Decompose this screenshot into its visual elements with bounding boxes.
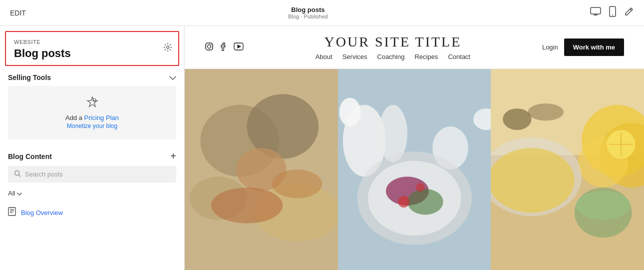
site-title-nav: YOUR SITE TITLE About Services Coaching …	[316, 34, 471, 60]
view-controls	[590, 6, 634, 20]
svg-point-14	[208, 44, 211, 48]
pricing-plan-icon	[86, 96, 98, 111]
svg-marker-17	[238, 45, 241, 48]
svg-point-24	[211, 188, 283, 224]
blog-overview-link[interactable]: Blog Overview	[0, 202, 184, 223]
pricing-plan-card[interactable]: Add a Pricing Plan Monetize your blog	[8, 86, 176, 140]
page-info: Blog posts Blog · Published	[288, 6, 328, 20]
filter-label[interactable]: All	[8, 190, 15, 197]
svg-point-55	[503, 108, 531, 130]
website-label: WEBSITE	[14, 39, 170, 45]
blog-post-image-1[interactable]	[185, 69, 338, 270]
svg-line-8	[19, 175, 21, 177]
edit-button[interactable]: EDIT	[10, 9, 26, 17]
svg-point-54	[576, 191, 631, 220]
filter-chevron-icon[interactable]	[17, 190, 22, 196]
search-icon	[14, 170, 21, 178]
svg-point-15	[211, 44, 212, 45]
sidebar: WEBSITE Blog posts Selling Tools	[0, 26, 185, 270]
nav-about[interactable]: About	[316, 53, 332, 60]
svg-point-41	[339, 98, 360, 126]
nav-contact[interactable]: Contact	[448, 53, 470, 60]
page-title: Blog posts	[288, 6, 328, 14]
search-placeholder: Search posts	[25, 170, 63, 178]
selling-tools-toggle[interactable]	[169, 73, 176, 82]
svg-point-39	[398, 196, 409, 208]
social-icons	[205, 42, 244, 53]
login-button[interactable]: Login	[542, 44, 558, 51]
facebook-icon[interactable]	[220, 42, 228, 53]
svg-rect-0	[591, 8, 601, 14]
instagram-icon[interactable]	[205, 42, 214, 53]
nav-recipes[interactable]: Recipes	[414, 53, 438, 60]
svg-point-5	[167, 46, 169, 48]
preview-pane: YOUR SITE TITLE About Services Coaching …	[185, 26, 644, 270]
nav-coaching[interactable]: Coaching	[377, 53, 405, 60]
filter-row: All	[0, 188, 184, 202]
blog-post-image-2[interactable]	[338, 69, 491, 270]
top-bar: EDIT Blog posts Blog · Published	[0, 0, 644, 26]
sidebar-page-header: WEBSITE Blog posts	[5, 31, 179, 66]
blog-grid	[185, 69, 644, 270]
mobile-icon[interactable]	[609, 6, 616, 20]
blog-post-image-3[interactable]	[491, 69, 644, 270]
main-layout: WEBSITE Blog posts Selling Tools	[0, 26, 644, 270]
desktop-icon[interactable]	[590, 7, 601, 18]
svg-rect-13	[206, 43, 213, 50]
svg-rect-9	[8, 208, 15, 216]
pricing-plan-text: Add a Pricing Plan	[65, 114, 119, 122]
blog-content-title: Blog Content	[8, 152, 52, 160]
svg-point-40	[416, 183, 424, 192]
page-subtitle: Blog · Published	[288, 14, 328, 20]
youtube-icon[interactable]	[234, 42, 244, 52]
blog-posts-title: Blog posts	[14, 47, 170, 60]
blog-overview-label: Blog Overview	[21, 209, 63, 216]
cta-button[interactable]: Work with me	[564, 38, 624, 56]
svg-point-38	[407, 189, 443, 215]
search-bar[interactable]: Search posts	[8, 166, 176, 182]
paint-icon[interactable]	[624, 6, 634, 19]
pricing-plan-highlight: Pricing Plan	[84, 114, 119, 122]
selling-tools-section: Selling Tools	[0, 66, 184, 86]
svg-point-56	[528, 104, 564, 120]
blog-overview-icon	[8, 207, 16, 218]
svg-point-52	[491, 148, 575, 212]
svg-point-4	[612, 14, 613, 16]
selling-tools-title: Selling Tools	[8, 74, 51, 82]
pricing-plan-subtext: Monetize your blog	[67, 122, 117, 130]
nav-services[interactable]: Services	[342, 53, 367, 60]
site-header: YOUR SITE TITLE About Services Coaching …	[185, 26, 644, 69]
site-nav: About Services Coaching Recipes Contact	[316, 53, 471, 60]
blog-content-section: Blog Content +	[0, 146, 184, 166]
site-title: YOUR SITE TITLE	[316, 34, 471, 50]
add-blog-post-button[interactable]: +	[170, 150, 176, 162]
site-header-actions: Login Work with me	[542, 38, 624, 56]
settings-gear-icon[interactable]	[163, 43, 172, 54]
svg-point-25	[272, 170, 322, 198]
